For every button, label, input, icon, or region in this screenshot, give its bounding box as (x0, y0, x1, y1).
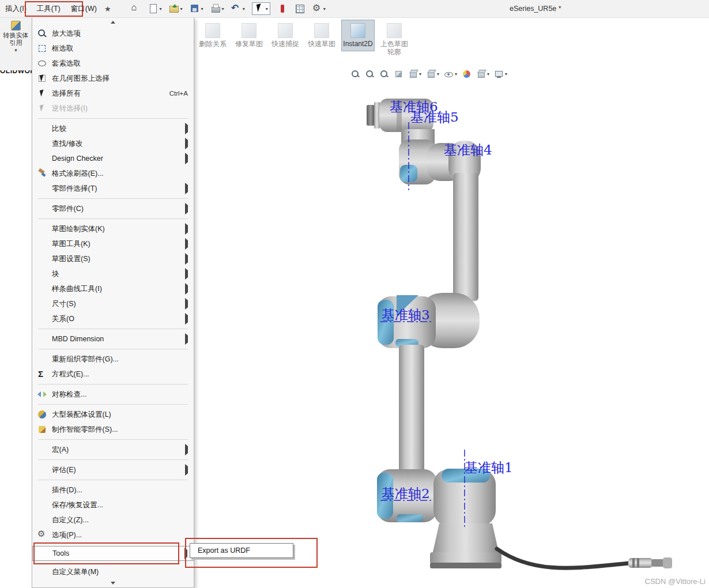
menu-item[interactable]: 零部件(C) (32, 201, 194, 216)
dropdown-caret-icon[interactable]: ▾ (437, 71, 439, 77)
settings-gear-button[interactable]: ▾ (312, 3, 326, 14)
zoom-to-area-button[interactable] (365, 69, 375, 79)
menu-item-label: 自定义(Z)... (52, 515, 89, 525)
menu-item[interactable]: 选择所有Ctrl+A (32, 86, 194, 101)
menu-item[interactable]: 草图绘制实体(K) (32, 221, 194, 236)
menu-scroll-down[interactable] (32, 579, 194, 587)
ribbon-tool-icon (387, 23, 402, 38)
base-pedestal[interactable] (430, 523, 501, 568)
menu-item[interactable]: Design Checker (32, 151, 194, 166)
menu-item[interactable]: 格式涂刷器(E)... (32, 166, 194, 181)
menu-item[interactable]: 比较 (32, 121, 194, 136)
menu-scroll-up[interactable] (32, 18, 194, 26)
invert-select-icon (37, 103, 47, 114)
menu-item[interactable]: 在几何图形上选择 (32, 71, 194, 86)
dynamic-annotation-views-button[interactable]: ▾ (408, 69, 421, 79)
menu-item[interactable]: 方程式(E)... (32, 367, 194, 382)
menu-item[interactable]: 插件(D)... (32, 483, 194, 497)
ribbon-button[interactable]: 上色草图轮廓 (378, 20, 411, 59)
menu-item[interactable]: 块 (32, 266, 194, 281)
menu-item[interactable]: 逆转选择(I) (32, 101, 194, 116)
menu-item-export-as-urdf[interactable]: Export as URDF (190, 544, 293, 557)
home-button[interactable] (131, 3, 141, 14)
ribbon-tool-icon (314, 23, 329, 38)
menu-item[interactable]: 样条曲线工具(I) (32, 281, 194, 296)
dropdown-caret-icon[interactable]: ▾ (505, 71, 507, 77)
dropdown-caret-icon[interactable]: ▾ (243, 6, 245, 12)
menu-tools[interactable]: 工具(T) (32, 0, 66, 17)
section-view-button[interactable] (394, 69, 403, 79)
view-settings-button[interactable]: ▾ (494, 69, 507, 79)
dropdown-caret-icon[interactable]: ▾ (323, 6, 326, 12)
select-cursor-button[interactable]: ▾ (252, 2, 270, 15)
menu-item[interactable]: 重新组织零部件(G)... (32, 352, 194, 367)
menu-item[interactable]: 宏(A) (32, 442, 194, 457)
chevron-down-icon[interactable]: ▼ (14, 48, 18, 53)
menu-item[interactable]: 查找/修改 (32, 136, 194, 151)
zoom-to-fit-icon (350, 69, 360, 79)
convert-entities-icon (11, 21, 21, 31)
menu-item[interactable]: 零部件选择(T) (32, 181, 194, 196)
open-button[interactable]: ▾ (169, 3, 183, 14)
dropdown-caret-icon[interactable]: ▾ (160, 6, 162, 12)
convert-entities-label: 转换实体引用 (2, 32, 30, 47)
dropdown-caret-icon[interactable]: ▾ (201, 6, 203, 12)
menu-window[interactable]: 窗口(W) (66, 0, 102, 17)
ribbon-button[interactable]: 修复草图 (232, 20, 266, 51)
menu-item[interactable]: 大型装配体设置(L) (32, 407, 194, 422)
menu-item[interactable]: 尺寸(S) (32, 296, 194, 311)
zoom-to-area-icon (365, 69, 375, 79)
view-orientation-button[interactable]: ▾ (426, 69, 439, 79)
pin-star-icon[interactable]: ★ (104, 5, 111, 13)
menu-item[interactable]: 评估(E) (32, 462, 194, 477)
ribbon-label: 修复草图 (235, 40, 263, 48)
menu-item[interactable]: 制作智能零部件(S)... (32, 422, 194, 437)
color-swatch-button[interactable] (277, 3, 288, 14)
menu-item-label: 查找/修改 (52, 139, 82, 149)
menu-item[interactable]: MBD Dimension (32, 331, 194, 346)
power-cable[interactable] (497, 549, 672, 568)
color-swatch-icon (277, 3, 288, 14)
dropdown-caret-icon[interactable]: ▾ (455, 71, 457, 77)
menu-item[interactable]: 草图工具(K) (32, 236, 194, 251)
save-button[interactable]: ▾ (190, 3, 203, 14)
menu-item[interactable]: ToolsExport as URDF (32, 546, 194, 561)
menu-item[interactable]: 自定义(Z)... (32, 512, 194, 527)
dropdown-caret-icon[interactable]: ▾ (266, 6, 268, 12)
apply-scene-button[interactable]: ▾ (476, 69, 489, 79)
ribbon-button[interactable]: Instant2D (341, 20, 375, 51)
select-geometry-icon (37, 73, 47, 84)
undo-button[interactable]: ▾ (231, 3, 245, 14)
ribbon-button[interactable]: 快速草图 (305, 20, 338, 51)
smart-component-icon (37, 424, 47, 435)
edit-appearance-button[interactable] (462, 69, 472, 79)
menu-item[interactable]: 放大选项 (32, 26, 194, 41)
menu-item[interactable]: 自定义菜单(M) (32, 564, 194, 579)
menu-item-label: 自定义菜单(M) (52, 567, 99, 577)
menu-item[interactable]: 草图设置(S) (32, 251, 194, 266)
dropdown-caret-icon[interactable]: ▾ (419, 71, 421, 77)
forearm-link[interactable] (399, 345, 424, 473)
quick-toolbar: ▾▾▾▾▾▾▾ (131, 2, 326, 15)
icon-spacer (37, 444, 47, 455)
ribbon-button[interactable]: 快速捕捉 (269, 20, 302, 51)
display-style-button[interactable]: ▾ (444, 69, 457, 79)
menu-item[interactable]: 保存/恢复设置... (32, 497, 194, 512)
menu-item[interactable]: 框选取 (32, 41, 194, 56)
menu-item[interactable]: 套索选取 (32, 56, 194, 71)
ribbon-button[interactable]: 删除关系 (196, 20, 229, 51)
menu-item[interactable]: 关系(O (32, 311, 194, 326)
menu-item[interactable]: 对称检查... (32, 387, 194, 402)
menu-insert[interactable]: 插入(I) (0, 0, 32, 17)
dropdown-caret-icon[interactable]: ▾ (180, 6, 183, 12)
zoom-to-fit-button[interactable] (350, 69, 360, 79)
arrow-right-icon (185, 333, 188, 345)
print-button[interactable]: ▾ (210, 3, 224, 14)
dropdown-caret-icon[interactable]: ▾ (222, 6, 224, 12)
menu-item[interactable]: 选项(P)... (32, 527, 194, 542)
previous-view-button[interactable] (379, 69, 389, 79)
dropdown-caret-icon[interactable]: ▾ (487, 71, 489, 77)
convert-entities-button[interactable]: 转换实体引用 ▼ (0, 17, 32, 53)
evaluate-table-button[interactable] (295, 3, 305, 14)
new-document-button[interactable]: ▾ (148, 3, 162, 14)
